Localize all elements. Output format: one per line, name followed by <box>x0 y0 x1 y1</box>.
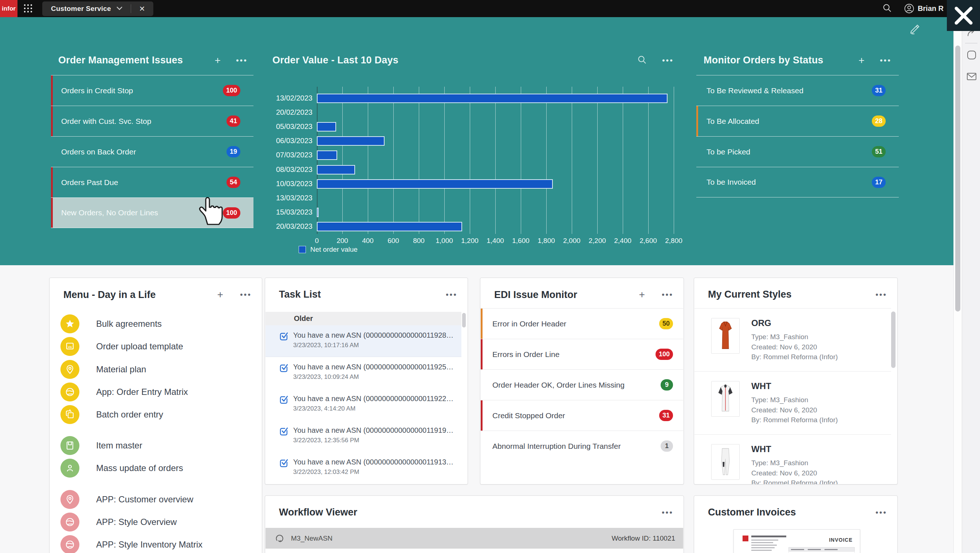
mail-icon[interactable] <box>967 72 977 82</box>
edi-menu-icon[interactable]: ••• <box>662 290 673 300</box>
style-image <box>711 444 740 480</box>
task-item[interactable]: You have a new ASN (00000000000000011922… <box>266 389 461 421</box>
workflow-menu-icon[interactable]: ••• <box>662 508 673 517</box>
menu-item-label: APP: Customer overview <box>96 494 193 505</box>
edi-row[interactable]: Errors in Order Line100 <box>481 339 683 370</box>
menu-item[interactable]: APP: Style Inventory Matrix <box>60 535 202 553</box>
menu-item[interactable]: APP: Style Overview <box>60 513 177 532</box>
task-check-icon[interactable] <box>279 331 289 357</box>
add-widget-item-icon[interactable]: + <box>215 55 221 65</box>
add-edi-item-icon[interactable]: + <box>639 289 645 301</box>
edi-card: EDI Issue Monitor + ••• Error in Order H… <box>480 277 684 484</box>
chart-bar[interactable] <box>317 165 355 174</box>
chart-bar[interactable] <box>317 208 319 217</box>
menu-item[interactable]: Bulk agreements <box>60 314 162 333</box>
add-widget-item-icon[interactable]: + <box>859 55 865 65</box>
styles-scrollbar[interactable] <box>891 311 896 368</box>
overlay-close-button[interactable] <box>947 0 980 31</box>
task-check-icon[interactable] <box>279 458 289 484</box>
status-row[interactable]: Orders in Credit Stop100 <box>51 75 253 106</box>
tab-close-icon[interactable]: ✕ <box>136 4 148 13</box>
status-row[interactable]: To be Invoiced17 <box>696 167 899 198</box>
infor-logo[interactable]: infor <box>0 0 18 17</box>
chart-tick-label: 600 <box>388 237 399 245</box>
menu-item[interactable]: Batch order entry <box>60 405 163 424</box>
task-timestamp: 3/22/2023, 12:35:56 PM <box>293 437 453 444</box>
invoice-table <box>788 547 855 553</box>
app-window-icon[interactable] <box>967 50 977 62</box>
app-launcher-icon[interactable] <box>23 4 33 14</box>
edi-row[interactable]: Error in Order Header50 <box>481 308 683 339</box>
chart-bar[interactable] <box>317 94 668 103</box>
status-row[interactable]: To be Picked51 <box>696 136 899 167</box>
chevron-down-icon[interactable] <box>116 5 123 12</box>
widget-menu-icon[interactable]: ••• <box>236 56 248 65</box>
task-item[interactable]: You have a new ASN (00000000000000011928… <box>266 325 461 357</box>
task-item[interactable]: You have a new ASN (00000000000000011913… <box>266 452 461 484</box>
style-row[interactable]: ORGType: M3_FashionCreated: Nov 6, 2020B… <box>695 308 891 371</box>
chart-category-label: 10/03/2023 <box>272 180 312 188</box>
invoices-header: Customer Invoices ••• <box>708 507 887 518</box>
count-badge: 41 <box>226 115 240 127</box>
status-row[interactable]: To Be Reviewed & Released31 <box>696 75 899 106</box>
chart-search-icon[interactable] <box>637 55 647 66</box>
chart-bar[interactable] <box>317 122 336 132</box>
chart-category-label: 06/03/2023 <box>272 137 312 145</box>
search-icon[interactable] <box>882 3 892 14</box>
main-scrollbar-thumb[interactable] <box>955 46 960 311</box>
edit-page-icon[interactable] <box>908 22 921 37</box>
status-row[interactable]: Orders on Back Order19 <box>51 136 253 167</box>
workflow-row[interactable]: M3_NewASN Workflow ID: 110021 <box>266 528 683 549</box>
edi-row[interactable]: Abnormal Interruption During Transfer1 <box>481 430 683 461</box>
status-row[interactable]: To Be Allocated28 <box>696 106 899 136</box>
chart-tick-label: 1,200 <box>461 237 479 245</box>
style-row[interactable]: WHTType: M3_FashionCreated: Nov 6, 2020B… <box>695 434 891 484</box>
chart-bar[interactable] <box>317 222 462 231</box>
edi-row[interactable]: Credit Stopped Order31 <box>481 400 683 430</box>
row-accent <box>481 400 482 430</box>
user-account[interactable]: Brian R <box>904 4 943 13</box>
task-item[interactable]: You have a new ASN (00000000000000011925… <box>266 357 461 389</box>
task-text: You have a new ASN (00000000000000011928… <box>293 331 453 357</box>
invoices-menu-icon[interactable]: ••• <box>875 508 887 517</box>
menu-item[interactable]: Material plan <box>60 360 146 379</box>
task-check-icon[interactable] <box>279 363 289 389</box>
task-check-icon[interactable] <box>279 395 289 421</box>
styles-menu-icon[interactable]: ••• <box>875 290 887 300</box>
tab-customer-service[interactable]: Customer Service ✕ <box>42 2 153 16</box>
task-check-icon[interactable] <box>279 426 289 452</box>
menu-item[interactable]: Item master <box>60 436 142 455</box>
add-menu-item-icon[interactable]: + <box>217 289 223 301</box>
task-timestamp: 3/23/2023, 10:17:16 AM <box>293 342 453 349</box>
menu-item-label: APP: Style Overview <box>96 517 177 527</box>
task-list-menu-icon[interactable]: ••• <box>446 290 457 300</box>
chart-gridline <box>674 87 674 234</box>
count-badge: 28 <box>872 115 886 127</box>
status-row[interactable]: Order with Cust. Svc. Stop41 <box>51 106 253 136</box>
chart-gridline <box>648 87 649 234</box>
menu-item[interactable]: APP: Customer overview <box>60 490 193 509</box>
task-item[interactable]: You have a new ASN (00000000000000011919… <box>266 421 461 452</box>
topbar-right: Brian R <box>882 0 943 17</box>
menu-card-menu-icon[interactable]: ••• <box>240 290 251 300</box>
invoice-preview[interactable]: INVOICE <box>733 529 860 553</box>
chart-menu-icon[interactable]: ••• <box>662 56 674 65</box>
style-row[interactable]: WHTType: M3_FashionCreated: Nov 6, 2020B… <box>695 371 891 434</box>
status-row[interactable]: New Orders, No Order Lines100 <box>51 198 253 228</box>
menu-item[interactable]: App: Order Entry Matrix <box>60 382 188 402</box>
style-meta-line: Created: Nov 6, 2020 <box>751 405 838 415</box>
menu-item[interactable]: Mass update of orders <box>60 459 183 478</box>
menu-item[interactable]: xlsOrder upload template <box>60 337 183 356</box>
style-meta-line: Type: M3_Fashion <box>751 395 838 405</box>
widget-menu-icon[interactable]: ••• <box>880 56 891 65</box>
chart-bar[interactable] <box>317 136 385 146</box>
main-scrollbar[interactable] <box>953 17 962 553</box>
star-icon <box>60 314 80 333</box>
workflow-title: Workflow Viewer <box>279 507 357 518</box>
chart-bar[interactable] <box>317 179 553 189</box>
task-list-scrollbar[interactable] <box>462 313 466 328</box>
chart-bar[interactable] <box>317 150 337 160</box>
status-row[interactable]: Orders Past Due54 <box>51 167 253 198</box>
count-badge: 31 <box>659 410 673 421</box>
edi-row[interactable]: Order Header OK, Order Lines Missing9 <box>481 370 683 400</box>
